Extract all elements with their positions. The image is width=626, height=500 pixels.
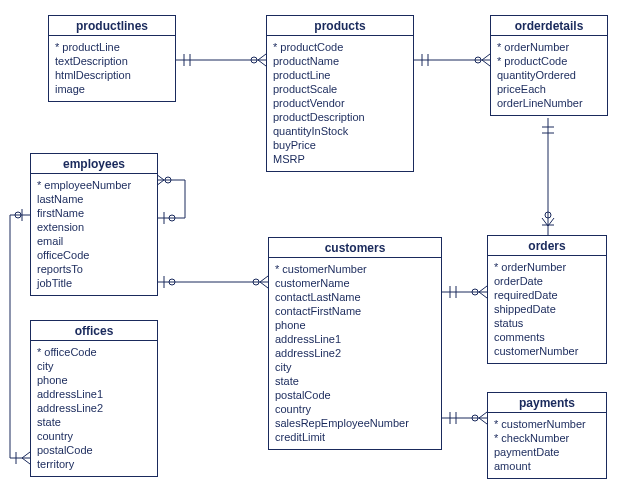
entity-field: addressLine1 [37, 387, 151, 401]
entity-field: firstName [37, 206, 151, 220]
entity-field: extension [37, 220, 151, 234]
entity-field: * orderNumber [494, 260, 600, 274]
entity-fields: * productCodeproductNameproductLineprodu… [267, 36, 413, 171]
entity-offices: offices * officeCodecityphoneaddressLine… [30, 320, 158, 477]
entity-field: quantityInStock [273, 124, 407, 138]
entity-field: * orderNumber [497, 40, 601, 54]
entity-field: contactLastName [275, 290, 435, 304]
entity-payments: payments * customerNumber* checkNumberpa… [487, 392, 607, 479]
entity-field: * employeeNumber [37, 178, 151, 192]
entity-field: creditLimit [275, 430, 435, 444]
entity-field: quantityOrdered [497, 68, 601, 82]
entity-field: reportsTo [37, 262, 151, 276]
entity-fields: * customerNumbercustomerNamecontactLastN… [269, 258, 441, 449]
entity-field: territory [37, 457, 151, 471]
entity-field: productScale [273, 82, 407, 96]
entity-field: officeCode [37, 248, 151, 262]
entity-field: city [275, 360, 435, 374]
svg-point-11 [545, 212, 551, 218]
entity-field: contactFirstName [275, 304, 435, 318]
entity-field: email [37, 234, 151, 248]
svg-point-27 [169, 215, 175, 221]
entity-field: * productCode [273, 40, 407, 54]
entity-field: productName [273, 54, 407, 68]
entity-products: products * productCodeproductNameproduct… [266, 15, 414, 172]
entity-fields: * customerNumber* checkNumberpaymentDate… [488, 413, 606, 478]
entity-field: postalCode [275, 388, 435, 402]
entity-fields: * orderNumber* productCodequantityOrdere… [491, 36, 607, 115]
entity-field: * productLine [55, 40, 169, 54]
entity-employees: employees * employeeNumberlastNamefirstN… [30, 153, 158, 296]
svg-point-24 [253, 279, 259, 285]
svg-point-7 [475, 57, 481, 63]
entity-field: productVendor [273, 96, 407, 110]
entity-field: status [494, 316, 600, 330]
entity-field: country [275, 402, 435, 416]
entity-field: * customerNumber [275, 262, 435, 276]
entity-fields: * officeCodecityphoneaddressLine1address… [31, 341, 157, 476]
entity-field: productLine [273, 68, 407, 82]
entity-customers: customers * customerNumbercustomerNameco… [268, 237, 442, 450]
entity-title: orders [488, 236, 606, 256]
entity-field: customerName [275, 276, 435, 290]
entity-productlines: productlines * productLinetextDescriptio… [48, 15, 176, 102]
entity-field: addressLine2 [275, 346, 435, 360]
entity-field: state [37, 415, 151, 429]
entity-field: htmlDescription [55, 68, 169, 82]
entity-field: * customerNumber [494, 417, 600, 431]
entity-field: customerNumber [494, 344, 600, 358]
entity-orderdetails: orderdetails * orderNumber* productCodeq… [490, 15, 608, 116]
entity-field: shippedDate [494, 302, 600, 316]
entity-field: productDescription [273, 110, 407, 124]
entity-title: orderdetails [491, 16, 607, 36]
entity-field: textDescription [55, 54, 169, 68]
entity-field: * officeCode [37, 345, 151, 359]
entity-field: requiredDate [494, 288, 600, 302]
entity-field: jobTitle [37, 276, 151, 290]
entity-field: priceEach [497, 82, 601, 96]
entity-title: employees [31, 154, 157, 174]
entity-field: orderLineNumber [497, 96, 601, 110]
svg-point-16 [472, 289, 478, 295]
entity-orders: orders * orderNumberorderDaterequiredDat… [487, 235, 607, 364]
entity-title: productlines [49, 16, 175, 36]
entity-field: MSRP [273, 152, 407, 166]
entity-fields: * orderNumberorderDaterequiredDateshippe… [488, 256, 606, 363]
entity-field: amount [494, 459, 600, 473]
entity-title: products [267, 16, 413, 36]
entity-field: * productCode [497, 54, 601, 68]
entity-field: country [37, 429, 151, 443]
entity-title: customers [269, 238, 441, 258]
entity-field: paymentDate [494, 445, 600, 459]
svg-point-3 [251, 57, 257, 63]
entity-field: addressLine2 [37, 401, 151, 415]
entity-field: phone [37, 373, 151, 387]
entity-field: comments [494, 330, 600, 344]
entity-field: image [55, 82, 169, 96]
entity-field: addressLine1 [275, 332, 435, 346]
entity-field: city [37, 359, 151, 373]
entity-field: postalCode [37, 443, 151, 457]
entity-field: lastName [37, 192, 151, 206]
svg-point-30 [15, 212, 21, 218]
entity-field: * checkNumber [494, 431, 600, 445]
svg-point-25 [165, 177, 171, 183]
entity-field: state [275, 374, 435, 388]
svg-point-20 [472, 415, 478, 421]
entity-field: phone [275, 318, 435, 332]
entity-title: payments [488, 393, 606, 413]
entity-field: orderDate [494, 274, 600, 288]
entity-field: buyPrice [273, 138, 407, 152]
svg-point-23 [169, 279, 175, 285]
entity-title: offices [31, 321, 157, 341]
entity-fields: * productLinetextDescriptionhtmlDescript… [49, 36, 175, 101]
entity-field: salesRepEmployeeNumber [275, 416, 435, 430]
entity-fields: * employeeNumberlastNamefirstNameextensi… [31, 174, 157, 295]
